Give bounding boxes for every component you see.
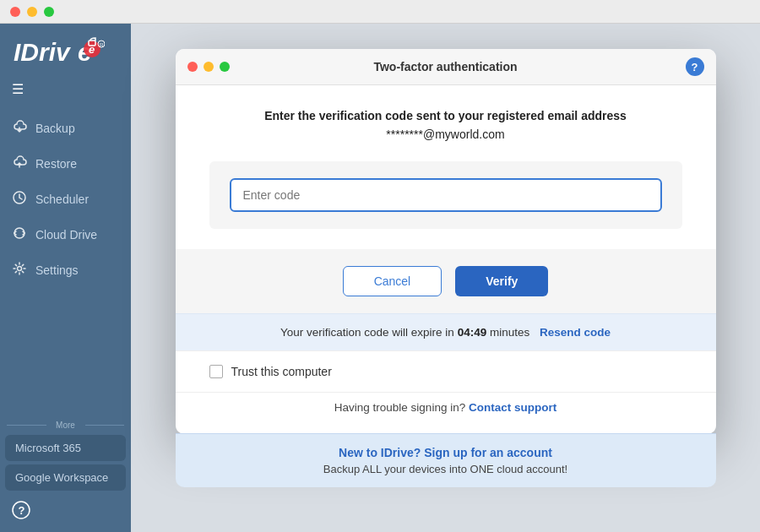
scheduler-label: Scheduler xyxy=(35,193,89,206)
modal-close-button[interactable] xyxy=(187,62,198,72)
svg-text:R: R xyxy=(100,42,104,47)
title-bar xyxy=(0,0,760,24)
settings-icon xyxy=(12,261,27,280)
minimize-button[interactable] xyxy=(27,7,37,17)
google-workspace-label: Google Workspace xyxy=(15,471,108,484)
idrive-logo-svg: IDriv e e R xyxy=(12,34,105,68)
modal-help-button[interactable]: ? xyxy=(686,57,704,76)
hamburger-menu[interactable]: ☰ xyxy=(0,74,131,104)
sidebar-item-cloud-drive[interactable]: Cloud Drive xyxy=(0,217,131,252)
modal-title: Two-factor authentication xyxy=(373,60,517,73)
two-factor-modal: Two-factor authentication ? Enter the ve… xyxy=(176,49,716,434)
code-input-area xyxy=(209,161,682,229)
sidebar-item-settings[interactable]: Settings xyxy=(0,252,131,288)
resend-code-link[interactable]: Resend code xyxy=(540,326,611,339)
settings-label: Settings xyxy=(35,263,79,277)
trust-checkbox[interactable] xyxy=(209,365,223,378)
restore-label: Restore xyxy=(35,157,77,171)
sidebar-item-backup[interactable]: Backup xyxy=(0,111,131,146)
modal-overlay: Two-factor authentication ? Enter the ve… xyxy=(131,24,760,532)
expiry-bar: Your verification code will expire in 04… xyxy=(176,313,716,350)
expiry-text-before: Your verification code will expire in xyxy=(280,326,454,339)
trouble-text: Having trouble signing in? xyxy=(334,401,465,414)
svg-point-8 xyxy=(18,267,22,271)
backup-icon xyxy=(12,119,27,138)
expiry-text-after: minutes xyxy=(490,326,529,339)
button-row: Cancel Verify xyxy=(176,249,716,313)
app-container: IDriv e e R ☰ xyxy=(0,24,760,532)
modal-body: Enter the verification code sent to your… xyxy=(176,85,716,249)
microsoft365-label: Microsoft 365 xyxy=(15,442,81,454)
bottom-banner: New to IDrive? Sign up for an account Ba… xyxy=(176,433,716,487)
expiry-time: 04:49 xyxy=(458,326,487,339)
sidebar-item-google-workspace[interactable]: Google Workspace xyxy=(5,464,126,491)
modal-title-bar: Two-factor authentication ? xyxy=(176,49,716,85)
sidebar-item-restore[interactable]: Restore xyxy=(0,146,131,182)
sidebar-spacer xyxy=(0,288,131,415)
close-button[interactable] xyxy=(10,7,20,17)
trust-row: Trust this computer xyxy=(176,350,716,392)
trust-label: Trust this computer xyxy=(231,365,332,378)
trouble-row: Having trouble signing in? Contact suppo… xyxy=(176,392,716,434)
cancel-button[interactable]: Cancel xyxy=(343,266,442,296)
svg-text:?: ? xyxy=(19,504,25,517)
cloud-drive-label: Cloud Drive xyxy=(35,228,97,242)
logo-area: IDriv e e R xyxy=(0,24,131,74)
banner-subtitle: Backup ALL your devices into ONE cloud a… xyxy=(193,463,699,475)
signup-link[interactable]: New to IDrive? Sign up for an account xyxy=(193,446,699,459)
code-input[interactable] xyxy=(230,178,662,212)
restore-icon xyxy=(12,155,27,173)
help-button[interactable]: ? xyxy=(0,492,131,532)
main-content: Two-factor authentication ? Enter the ve… xyxy=(131,24,760,532)
more-section-label: More xyxy=(0,415,131,433)
verify-button[interactable]: Verify xyxy=(455,266,548,296)
modal-email: ********@myworld.com xyxy=(209,128,682,141)
svg-text:IDriv: IDriv xyxy=(14,38,72,66)
modal-minimize-button[interactable] xyxy=(204,62,214,72)
maximize-button[interactable] xyxy=(44,7,54,17)
sidebar: IDriv e e R ☰ xyxy=(0,24,131,532)
sidebar-item-scheduler[interactable]: Scheduler xyxy=(0,182,131,217)
window-controls xyxy=(10,7,54,17)
modal-window-controls xyxy=(187,62,230,72)
backup-label: Backup xyxy=(35,122,75,135)
modal-maximize-button[interactable] xyxy=(220,62,230,72)
modal-instruction: Enter the verification code sent to your… xyxy=(209,109,682,122)
sidebar-item-microsoft365[interactable]: Microsoft 365 xyxy=(5,435,126,461)
contact-support-link[interactable]: Contact support xyxy=(469,401,556,414)
cloud-drive-icon xyxy=(12,225,27,244)
scheduler-icon xyxy=(12,190,27,209)
